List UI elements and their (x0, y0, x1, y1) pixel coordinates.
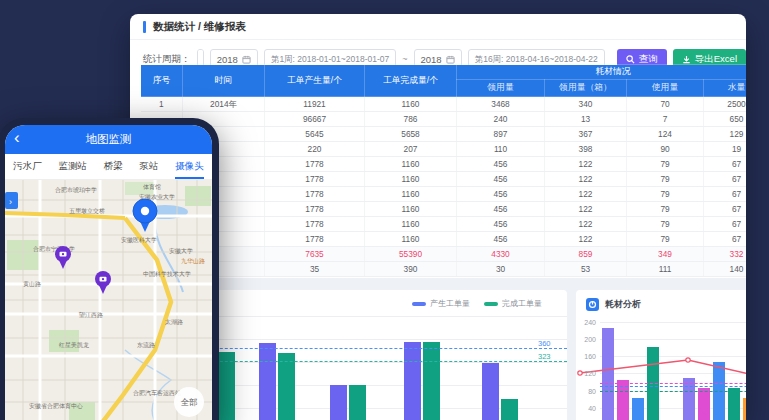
table-cell: 1778 (265, 217, 365, 232)
sub-col-header-3: 使用量 (627, 80, 704, 97)
table-cell: 7635 (265, 247, 365, 262)
table-cell: 67 (704, 157, 747, 172)
search-icon (626, 55, 635, 64)
reference-line-label: 323 (538, 352, 551, 361)
table-cell: 124 (627, 127, 704, 142)
calendar-icon (446, 55, 455, 64)
phone-mockup: ‹ 地图监测 污水厂 监测站 桥梁 泵站 摄像头 (0, 118, 219, 420)
table-cell: 1778 (265, 187, 365, 202)
table-cell: 7 (627, 112, 704, 127)
table-cell: 1778 (265, 232, 365, 247)
table-cell: 1160 (365, 172, 457, 187)
legend-item[interactable]: 完成工单量 (484, 298, 542, 309)
tab-camera[interactable]: 摄像头 (175, 155, 204, 179)
legend-label: 产生工单量 (430, 298, 470, 309)
table-cell: 122 (545, 157, 627, 172)
tab-bridge[interactable]: 桥梁 (104, 155, 123, 179)
table-cell: 53 (545, 262, 627, 277)
calendar-icon (242, 55, 251, 64)
download-icon (682, 55, 691, 64)
table-cell: 122 (545, 187, 627, 202)
start-year-value: 2018 (217, 54, 238, 65)
table-cell: 2500 (704, 97, 747, 112)
table-cell: 19 (704, 142, 747, 157)
map-label: 黄山路 (23, 281, 41, 288)
table-total-row: 合计7635553904330859349332 (141, 247, 747, 262)
map-label: 东流路 (137, 341, 155, 349)
y-axis-tick: 40 (578, 405, 596, 412)
table-cell: 67 (704, 202, 747, 217)
table-cell: 897 (457, 127, 545, 142)
tab-monitor-station[interactable]: 监测站 (59, 155, 88, 179)
back-icon[interactable]: ‹ (14, 128, 20, 148)
table-cell: 122 (545, 232, 627, 247)
phone-tab-bar: 污水厂 监测站 桥梁 泵站 摄像头 (5, 154, 212, 180)
tab-pump-station[interactable]: 泵站 (139, 155, 158, 179)
map-label: 合肥市琥珀中学 (55, 186, 97, 194)
table-row: 96667786240137650 (141, 112, 747, 127)
table-cell: 67 (704, 187, 747, 202)
table-cell: 5658 (365, 127, 457, 142)
table-cell: 456 (457, 187, 545, 202)
table-cell: 96667 (265, 112, 365, 127)
tab-sewage-plant[interactable]: 污水厂 (13, 155, 42, 179)
page-title: 数据统计 / 维修报表 (153, 20, 246, 34)
map-label: 合肥汽车客运西站 (133, 389, 181, 397)
map-label: 安徽医科大学 (121, 236, 157, 244)
table-average-row: 平均值353903053111140 (141, 262, 747, 277)
table-cell: 35 (265, 262, 365, 277)
col-group-header-consumables: 耗材情况 (457, 65, 747, 80)
table-cell: 650 (704, 112, 747, 127)
table-cell: 859 (545, 247, 627, 262)
table-cell: 122 (545, 202, 627, 217)
map-view[interactable]: 合肥市琥珀中学体育馆安徽农业大学五里墩立交桥安徽医科大学合肥市宁溪小学安徽大学中… (5, 180, 212, 420)
legend-swatch (412, 302, 426, 306)
table-cell: 55390 (365, 247, 457, 262)
legend-item[interactable]: 产生工单量 (412, 298, 470, 309)
table-cell: 786 (365, 112, 457, 127)
table-cell: 220 (265, 142, 365, 157)
bar-产生工单量 (330, 385, 347, 420)
end-year-value: 2018 (421, 54, 442, 65)
bar-完成工单量 (218, 352, 235, 420)
map-expander-button[interactable]: › (5, 192, 18, 209)
table-cell: 67 (704, 172, 747, 187)
phone-screen: ‹ 地图监测 污水厂 监测站 桥梁 泵站 摄像头 (5, 125, 212, 420)
consumables-plot (600, 313, 746, 420)
bar-完成工单量 (349, 385, 366, 420)
consumables-chart: 耗材分析 2402001601208040 (576, 290, 746, 420)
table-cell: 332 (704, 247, 747, 262)
table-row: 2202071103989019 (141, 142, 747, 157)
legend-swatch (484, 302, 498, 306)
bar-产生工单量 (482, 363, 499, 420)
y-axis-tick: 160 (578, 353, 596, 360)
table-row: 12014年1192111603468340702500 (141, 97, 747, 112)
table-row: 177811604561227967 (141, 157, 747, 172)
table-cell: 1778 (265, 172, 365, 187)
table-cell: 1160 (365, 217, 457, 232)
col-header-created: 工单产生量/个 (265, 65, 365, 97)
table-cell: 79 (627, 172, 704, 187)
table-cell: 456 (457, 172, 545, 187)
bar-完成工单量 (423, 342, 440, 420)
accent-bar (143, 21, 146, 33)
table-cell: 13 (545, 112, 627, 127)
col-header-completed: 工单完成量/个 (365, 65, 457, 97)
table-cell: 30 (457, 262, 545, 277)
range-separator: ~ (402, 54, 407, 64)
map-label: 体育馆 (143, 183, 161, 191)
table-cell: 67 (704, 217, 747, 232)
table-cell: 456 (457, 202, 545, 217)
table-row: 177811604561227967 (141, 172, 747, 187)
table-cell: 79 (627, 157, 704, 172)
table-cell: 11921 (265, 97, 365, 112)
map-label: 安徽省合肥体育中心 (29, 402, 83, 410)
map-all-button[interactable]: 全部 (174, 387, 204, 417)
report-table: 序号 时间 工单产生量/个 工单完成量/个 耗材情况 领用量 领用量（箱） 使用… (140, 64, 746, 277)
map-label: 五里墩立交桥 (69, 207, 105, 215)
map-label: 安徽大学 (169, 247, 193, 255)
table-cell: 1160 (365, 157, 457, 172)
y-axis-tick: 240 (578, 319, 596, 326)
bar-完成工单量 (278, 353, 295, 420)
sub-col-header-2: 领用量（箱） (545, 80, 627, 97)
